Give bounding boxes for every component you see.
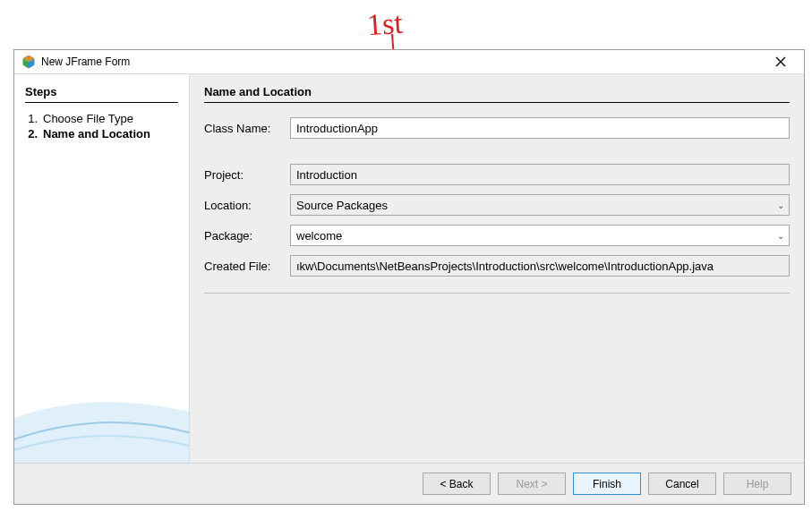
step-label: Name and Location — [43, 127, 150, 141]
close-icon — [775, 56, 786, 67]
steps-list: 1. Choose File Type 2. Name and Location — [25, 112, 178, 141]
step-item-name-location: 2. Name and Location — [25, 127, 178, 141]
finish-button[interactable]: Finish — [573, 473, 641, 495]
button-bar: < Back Next > Finish Cancel Help — [14, 463, 804, 504]
netbeans-icon — [21, 55, 36, 69]
close-button[interactable] — [763, 52, 799, 72]
row-created-file: Created File: — [204, 255, 790, 277]
class-name-label: Class Name: — [204, 122, 285, 135]
step-item-choose-file-type: 1. Choose File Type — [25, 112, 178, 125]
wizard-dialog: New JFrame Form Steps 1. Choose File Typ… — [13, 49, 805, 505]
location-select[interactable] — [290, 194, 790, 216]
dialog-title: New JFrame Form — [41, 55, 763, 68]
created-file-label: Created File: — [204, 260, 285, 273]
main-panel: Name and Location Class Name: Project: L… — [189, 74, 804, 463]
steps-panel: Steps 1. Choose File Type 2. Name and Lo… — [14, 74, 189, 463]
created-file-field — [290, 255, 790, 277]
package-combobox[interactable] — [290, 225, 790, 246]
back-button[interactable]: < Back — [423, 473, 491, 495]
step-num: 1. — [25, 112, 38, 125]
main-heading: Name and Location — [204, 85, 790, 103]
package-label: Package: — [204, 229, 285, 243]
annotation-first: 1st — [366, 6, 404, 43]
cancel-button[interactable]: Cancel — [648, 473, 716, 495]
titlebar: New JFrame Form — [14, 50, 804, 74]
row-location: Location: ⌄ — [204, 194, 790, 216]
separator — [204, 293, 790, 294]
steps-heading: Steps — [25, 85, 178, 103]
project-label: Project: — [204, 168, 285, 182]
next-button: Next > — [498, 473, 566, 495]
step-label: Choose File Type — [43, 112, 133, 125]
location-label: Location: — [204, 199, 285, 212]
row-class-name: Class Name: — [204, 117, 790, 139]
decorative-swoosh — [14, 328, 189, 463]
project-field — [290, 164, 790, 185]
row-package: Package: ⌄ — [204, 225, 790, 246]
help-button: Help — [723, 473, 791, 495]
row-project: Project: — [204, 164, 790, 185]
step-num: 2. — [25, 127, 38, 141]
class-name-input[interactable] — [290, 117, 790, 139]
